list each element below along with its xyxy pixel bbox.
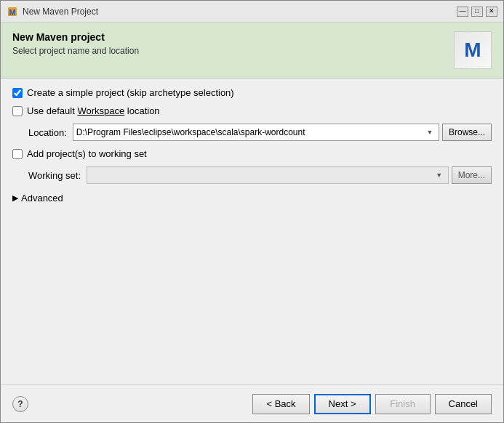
working-set-dropdown: ▼ [87, 166, 449, 184]
advanced-row[interactable]: ▶ Advanced [12, 191, 492, 205]
header-section: New Maven project Select project name an… [1, 23, 503, 78]
location-dropdown[interactable]: D:\Program Files\eclipse\workspace\scala… [73, 124, 439, 141]
header-text: New Maven project Select project name an… [12, 31, 139, 56]
help-button[interactable]: ? [12, 396, 28, 412]
form-content: Create a simple project (skip archetype … [1, 78, 503, 384]
back-button[interactable]: < Back [252, 394, 309, 414]
location-dropdown-arrow: ▼ [424, 129, 436, 136]
dialog-window: M New Maven Project — □ ✕ New Maven proj… [0, 0, 504, 423]
working-set-row: Working set: ▼ More... [12, 166, 492, 184]
working-set-dropdown-label: Working set: [28, 170, 81, 181]
default-workspace-row: Use default Workspace location [12, 105, 492, 116]
location-value: D:\Program Files\eclipse\workspace\scala… [76, 127, 424, 137]
header-title: New Maven project [12, 31, 139, 43]
advanced-arrow-icon: ▶ [12, 193, 18, 203]
footer-buttons: < Back Next > Finish Cancel [252, 394, 492, 414]
browse-button[interactable]: Browse... [442, 124, 492, 141]
finish-button[interactable]: Finish [375, 394, 431, 414]
simple-project-label[interactable]: Create a simple project (skip archetype … [27, 87, 234, 98]
close-button[interactable]: ✕ [486, 7, 497, 17]
svg-text:M: M [9, 8, 15, 17]
window-icon: M [7, 6, 18, 17]
title-bar-text: New Maven Project [23, 7, 457, 17]
simple-project-checkbox[interactable] [12, 88, 23, 98]
location-label: Location: [28, 127, 67, 138]
working-set-checkbox[interactable] [12, 149, 23, 159]
more-button[interactable]: More... [452, 166, 492, 184]
title-bar: M New Maven Project — □ ✕ [1, 1, 503, 23]
location-row: Location: D:\Program Files\eclipse\works… [12, 124, 492, 141]
next-button[interactable]: Next > [314, 394, 371, 414]
working-set-add-row: Add project(s) to working set [12, 148, 492, 159]
default-workspace-label[interactable]: Use default Workspace location [27, 105, 160, 116]
advanced-label: Advanced [21, 193, 63, 204]
minimize-button[interactable]: — [457, 7, 468, 17]
working-set-arrow: ▼ [433, 172, 445, 179]
window-controls: — □ ✕ [457, 7, 497, 17]
maximize-button[interactable]: □ [471, 7, 483, 17]
simple-project-row: Create a simple project (skip archetype … [12, 87, 492, 98]
cancel-button[interactable]: Cancel [435, 394, 492, 414]
footer-left: ? [12, 396, 252, 412]
header-subtitle: Select project name and location [12, 46, 139, 56]
maven-icon: M [454, 31, 492, 69]
working-set-label[interactable]: Add project(s) to working set [27, 148, 147, 159]
footer: ? < Back Next > Finish Cancel [1, 384, 503, 422]
default-workspace-checkbox[interactable] [12, 106, 23, 116]
workspace-underline: Workspace [77, 105, 124, 116]
